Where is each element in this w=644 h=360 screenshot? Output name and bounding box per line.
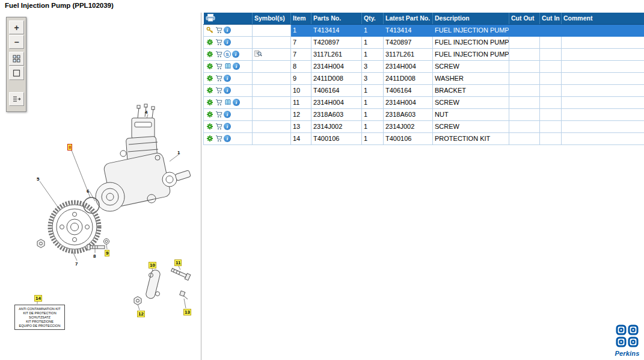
gear-icon[interactable] — [206, 75, 213, 82]
comment-cell — [562, 108, 644, 120]
symbol-cell — [253, 24, 291, 36]
diagram-callout[interactable]: 5 — [36, 176, 40, 182]
gear-icon[interactable] — [206, 51, 213, 58]
zoom-symbol-icon[interactable] — [254, 49, 262, 57]
info-icon[interactable]: i — [224, 111, 231, 118]
info-icon[interactable]: i — [224, 75, 231, 82]
parts-no-cell: 3117L261 — [311, 48, 362, 60]
parts-no-cell: T400106 — [311, 132, 362, 144]
diagram-callout[interactable]: 8 — [67, 144, 72, 151]
item-cell: 7 — [291, 36, 311, 48]
cart-icon[interactable] — [215, 123, 222, 131]
diagram-callout[interactable]: 11 — [174, 259, 182, 266]
row-actions-cell: i — [204, 84, 253, 96]
diagram-callout[interactable]: 10 — [149, 262, 156, 268]
diagram-callout[interactable]: 9 — [105, 250, 109, 256]
cut-out-cell — [509, 120, 540, 132]
cart-icon[interactable] — [215, 135, 222, 143]
header-description[interactable]: Description — [433, 13, 509, 24]
cart-icon[interactable] — [215, 26, 222, 34]
gear-icon[interactable] — [206, 87, 213, 95]
table-row[interactable]: i112314H00412314H004SCREW — [204, 96, 644, 108]
bolt-8 — [87, 244, 105, 250]
gear-icon[interactable] — [206, 135, 213, 143]
info-icon[interactable]: i — [224, 39, 231, 46]
cut-in-cell — [540, 108, 562, 120]
cart-icon[interactable] — [215, 39, 222, 46]
diagram-callout[interactable]: 8 — [93, 253, 96, 259]
table-row[interactable]: Si73117L26113117L261FUEL INJECTION PUMP … — [204, 48, 644, 60]
cart-icon[interactable] — [215, 99, 222, 107]
gear-icon[interactable] — [206, 39, 213, 46]
info-icon[interactable]: i — [232, 51, 239, 58]
book-icon[interactable] — [224, 63, 232, 70]
diagram-callout[interactable]: 6 — [86, 188, 90, 194]
nut-7 — [37, 240, 44, 248]
cut-out-cell — [509, 24, 540, 36]
diagram-pane[interactable]: 841567891011121314 ANTI CONTAMINATION KI… — [0, 13, 201, 360]
cart-icon[interactable] — [215, 63, 222, 70]
page-title: Fuel Injection Pump (PPL102039) — [5, 2, 114, 9]
table-row[interactable]: i132314J00212314J002SCREW — [204, 120, 644, 132]
latest-part-no-cell: 2314J002 — [384, 120, 433, 132]
parts-no-cell: 2411D008 — [311, 72, 362, 84]
header-cut-out[interactable]: Cut Out — [509, 13, 540, 24]
parts-no-cell: 2314H004 — [311, 96, 362, 108]
diagram-callout[interactable]: 4 — [144, 110, 148, 115]
cart-icon[interactable] — [215, 111, 222, 119]
header-item[interactable]: Item — [291, 13, 311, 24]
qty-cell: 3 — [362, 60, 384, 72]
header-latest-part-no[interactable]: Latest Part No. — [384, 13, 433, 24]
info-icon[interactable]: i — [233, 63, 240, 70]
diagram-callout[interactable]: 12 — [137, 311, 145, 317]
info-icon[interactable]: i — [224, 26, 231, 34]
header-cut-in[interactable]: Cut In — [540, 13, 562, 24]
symbol-cell — [253, 84, 291, 96]
leader-lines — [37, 114, 186, 310]
symbol-cell — [253, 48, 291, 60]
latest-part-no-cell: 2318A603 — [384, 108, 433, 120]
info-icon[interactable]: i — [224, 135, 231, 142]
table-row[interactable]: i92411D00832411D008WASHER — [204, 72, 644, 84]
table-row[interactable]: i82314H00432314H004SCREW — [204, 60, 644, 72]
row-actions-cell: i — [204, 72, 253, 84]
diagram-callout[interactable]: 13 — [183, 309, 191, 315]
table-row[interactable]: i1T4134141T413414FUEL INJECTION PUMP — [204, 24, 644, 36]
pump-body — [96, 118, 191, 211]
gear-icon[interactable] — [206, 111, 213, 119]
book-icon[interactable] — [224, 99, 232, 107]
qty-cell: 1 — [362, 132, 384, 144]
info-icon[interactable]: i — [233, 99, 240, 106]
header-qty[interactable]: Qty. — [362, 13, 384, 24]
key-icon[interactable] — [206, 26, 213, 34]
header-parts-no[interactable]: Parts No. — [311, 13, 362, 24]
parts-no-cell: T413414 — [311, 24, 362, 36]
print-preview-icon[interactable] — [206, 14, 215, 22]
table-row[interactable]: i122318A60312318A603NUT — [204, 108, 644, 120]
gear-icon[interactable] — [206, 123, 213, 131]
diagram-callout[interactable]: 14 — [34, 295, 42, 302]
row-actions-cell: i — [204, 120, 253, 132]
latest-part-no-cell: T400106 — [384, 132, 433, 144]
parts-table: Symbol(s) Item Parts No. Qty. Latest Par… — [203, 13, 644, 145]
gear-icon[interactable] — [206, 63, 213, 70]
cut-in-cell — [540, 48, 562, 60]
cut-in-cell — [540, 24, 562, 36]
label-box-line: ANTI CONTAMINATION KIT — [19, 307, 60, 311]
table-row[interactable]: i7T4208971T420897FUEL INJECTION PUMP ( — [204, 36, 644, 48]
table-row[interactable]: i14T4001061T400106PROTECTION KIT — [204, 132, 644, 144]
header-symbols[interactable]: Symbol(s) — [253, 13, 291, 24]
diagram-callout[interactable]: 7 — [75, 261, 78, 267]
cart-icon[interactable] — [215, 87, 222, 95]
s-badge-icon[interactable]: S — [224, 51, 231, 58]
cut-in-cell — [540, 72, 562, 84]
info-icon[interactable]: i — [224, 123, 231, 130]
diagram-callout[interactable]: 1 — [177, 150, 180, 155]
table-row[interactable]: i10T4061641T406164BRACKET — [204, 84, 644, 96]
cart-icon[interactable] — [215, 51, 222, 58]
header-comment[interactable]: Comment — [562, 13, 644, 24]
info-icon[interactable]: i — [224, 87, 231, 94]
cart-icon[interactable] — [215, 75, 222, 82]
comment-cell — [562, 96, 644, 108]
gear-icon[interactable] — [206, 99, 213, 107]
